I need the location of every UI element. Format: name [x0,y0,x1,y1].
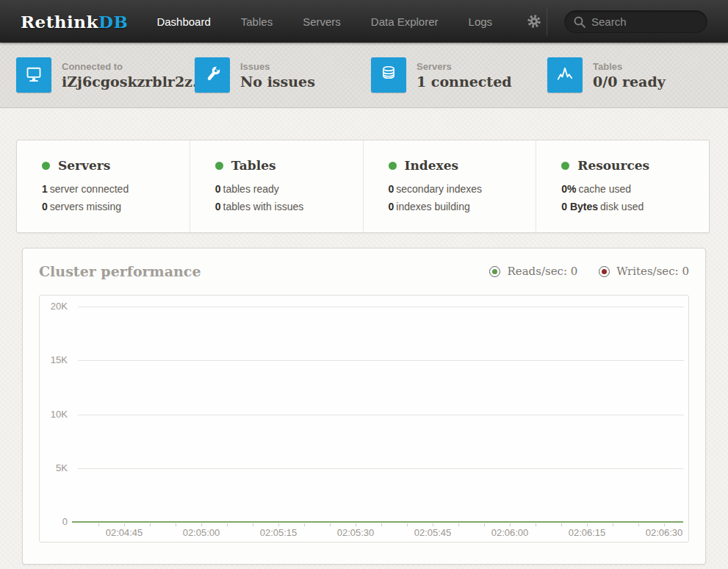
gridline-20k [78,307,684,307]
summary-line-text: disk used [600,201,644,212]
status-servers: Servers 1 connected [371,57,512,93]
summary-line-text: servers missing [50,201,121,212]
y-axis-tick-label: 0 [40,516,68,528]
summary-line-value: 1 [42,183,48,195]
gear-icon [526,13,542,29]
summary-line-value: 0 [389,201,394,212]
search-icon [573,15,586,29]
summary-section-resources: Resources 0%cache used 0 Bytesdisk used [536,140,709,232]
green-status-dot [389,162,397,170]
main-content: Servers 1server connected 0servers missi… [0,140,728,565]
status-text-block: Issues No issues [240,61,315,90]
summary-line: 0 Bytesdisk used [561,201,702,212]
reads-series-line [72,521,683,523]
logo-text-db: DB [98,12,128,32]
y-axis-tick-label: 5K [40,462,68,474]
cluster-status-bar: Connected to iZj6cgoskzrblr2z... Issues … [0,43,728,108]
green-status-dot [561,162,569,170]
summary-line: 0tables ready [215,183,356,195]
cluster-performance-card: Cluster performance Reads/sec: 0 Writes/… [22,248,706,565]
summary-line-value: 0% [561,183,576,195]
legend-item-reads[interactable]: Reads/sec: 0 [489,265,577,278]
status-value: 1 connected [417,74,512,90]
x-axis-tick-label: 02:06:00 [477,527,543,538]
legend-item-writes[interactable]: Writes/sec: 0 [599,265,689,278]
nav-item-dashboard[interactable]: Dashboard [156,11,210,32]
gridline-5k [78,468,684,469]
summary-line: 0servers missing [42,201,182,212]
chart-header: Cluster performance Reads/sec: 0 Writes/… [39,263,689,279]
x-axis-ticks [98,523,666,526]
gridline-15k [78,360,684,361]
summary-title-row: Indexes [389,158,529,173]
summary-line-text: server connected [50,183,129,195]
summary-title: Servers [58,158,110,173]
nav-item-logs[interactable]: Logs [469,11,493,32]
cluster-summary-panel: Servers 1server connected 0servers missi… [16,140,710,233]
reads-legend-dot-icon [489,266,500,277]
green-status-dot [42,162,50,170]
summary-line-value: 0 Bytes [561,201,598,212]
status-value: iZj6cgoskzrblr2z... [62,74,207,90]
y-axis-tick-label: 15K [40,354,68,366]
summary-line-text: tables ready [223,183,279,195]
gridline-10k [78,415,684,415]
status-label: Tables [593,61,666,72]
nav-right-group [547,7,707,35]
logo-text-rethink: Rethink [21,12,98,32]
x-axis-tick-label: 02:06:30 [631,527,697,538]
summary-line-value: 0 [215,201,221,212]
summary-line: 1server connected [42,183,182,195]
summary-title-row: Tables [215,158,356,173]
search-container [564,10,707,33]
nav-item-tables[interactable]: Tables [241,11,273,32]
x-axis-tick-label: 02:05:30 [322,527,389,538]
nav-item-servers[interactable]: Servers [303,11,341,32]
summary-title: Indexes [405,158,459,173]
x-axis-tick-label: 02:06:15 [554,527,620,538]
status-label: Connected to [62,61,207,72]
summary-line-value: 0 [215,183,221,195]
database-icon [371,57,406,93]
status-value: No issues [240,74,315,90]
summary-title: Resources [577,158,649,173]
y-axis-tick-label: 20K [40,301,68,312]
status-tables: Tables 0/0 ready [547,57,666,93]
status-text-block: Tables 0/0 ready [593,61,666,90]
summary-line: 0%cache used [561,183,702,195]
status-label: Issues [240,61,315,72]
summary-line-text: tables with issues [223,201,304,212]
summary-title-row: Servers [42,158,182,173]
x-axis-tick-label: 02:05:45 [400,527,466,538]
summary-title-row: Resources [561,158,702,173]
legend-label: Writes/sec: 0 [616,265,689,278]
legend-label: Reads/sec: 0 [507,265,577,278]
chart-legend: Reads/sec: 0 Writes/sec: 0 [468,265,689,278]
summary-line-text: cache used [578,183,631,195]
status-text-block: Servers 1 connected [417,61,512,90]
wrench-icon [195,57,230,93]
status-connected-to: Connected to iZj6cgoskzrblr2z... [16,57,207,93]
settings-button[interactable] [526,13,542,29]
rethinkdb-logo[interactable]: RethinkDB [21,12,128,32]
y-axis-tick-label: 10K [40,409,68,421]
x-axis-tick-label: 02:05:15 [245,527,311,538]
summary-title: Tables [231,158,276,173]
summary-line: 0secondary indexes [389,183,529,195]
summary-section-tables: Tables 0tables ready 0tables with issues [190,140,364,232]
status-value: 0/0 ready [593,74,666,90]
performance-plot-area: 20K 15K 10K 5K 0 02:04:45 02:05:00 02:05… [39,295,689,543]
status-text-block: Connected to iZj6cgoskzrblr2z... [62,61,207,90]
summary-line: 0indexes building [389,201,529,212]
writes-legend-dot-icon [599,266,610,277]
nav-divider [547,7,547,35]
summary-section-servers: Servers 1server connected 0servers missi… [17,140,190,232]
chart-title: Cluster performance [39,263,201,279]
monitor-icon [16,57,51,93]
pulse-icon [547,57,583,93]
status-issues: Issues No issues [195,57,315,93]
nav-item-data-explorer[interactable]: Data Explorer [371,11,439,32]
top-navbar: RethinkDB Dashboard Tables Servers Data … [0,0,728,43]
summary-line-value: 0 [42,201,48,212]
summary-line-text: indexes building [396,201,469,212]
